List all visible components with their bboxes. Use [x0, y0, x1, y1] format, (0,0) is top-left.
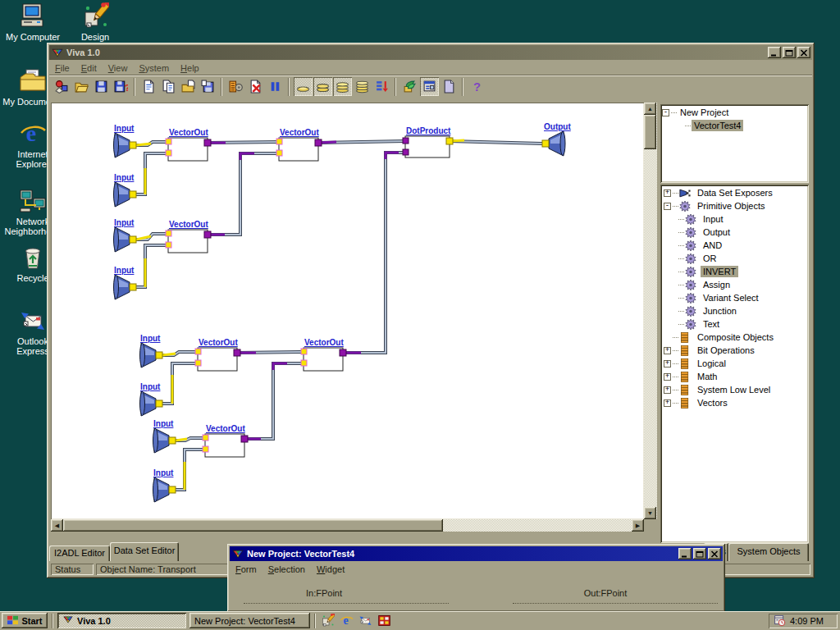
tab-system-objects[interactable]: System Objects — [728, 543, 809, 561]
desktop-icon-design[interactable]: Design — [64, 2, 126, 42]
tab-data-set-editor[interactable]: Data Set Editor — [110, 542, 179, 561]
expand-box[interactable]: + — [664, 360, 671, 368]
scroll-down-button[interactable]: ▼ — [644, 507, 656, 519]
menu-form[interactable]: Form — [230, 563, 262, 576]
tree-item-new-project[interactable]: - New Project — [662, 106, 807, 119]
node-vectorout[interactable]: VectorOut — [195, 338, 240, 371]
maximize-button[interactable] — [783, 47, 796, 58]
menu-help[interactable]: Help — [175, 62, 205, 75]
expand-box[interactable]: + — [664, 386, 671, 394]
collapse-box[interactable]: - — [664, 203, 671, 210]
menu-edit[interactable]: Edit — [75, 62, 103, 75]
node-input[interactable]: Input — [153, 419, 176, 453]
maximize-button[interactable] — [693, 548, 706, 559]
toolbar-save-query-button[interactable]: ? — [112, 77, 130, 96]
node-input[interactable]: Input — [140, 382, 163, 416]
toolbar-help-button[interactable]: ? — [468, 77, 486, 96]
close-button[interactable] — [797, 47, 810, 58]
diagram-canvas[interactable]: InputInputInputInputInputInputInputInput… — [51, 103, 644, 519]
scroll-right-button[interactable]: ▶ — [632, 519, 644, 532]
tree-item-bit-operations[interactable]: +Bit Operations — [662, 344, 807, 357]
canvas-vscroll-track[interactable]: ▲ ▼ — [644, 103, 657, 519]
scheduler-tray-icon[interactable] — [774, 614, 786, 628]
tree-item-input[interactable]: Input — [662, 212, 807, 226]
tree-item-math[interactable]: +Math — [662, 370, 807, 383]
quicklaunch-media-icon[interactable] — [376, 613, 393, 629]
tab-i2adl-editor[interactable]: I2ADL Editor — [49, 546, 110, 561]
node-input[interactable]: Input — [140, 334, 163, 368]
project-root-label[interactable]: New Project — [678, 107, 731, 118]
toolbar-save-sheet-button[interactable] — [199, 77, 217, 96]
minimize-button[interactable] — [768, 47, 781, 58]
toolbar-copy-sheet-button[interactable] — [159, 77, 178, 96]
start-button[interactable]: Start — [2, 613, 48, 628]
toolbar-layer-4-button[interactable] — [353, 77, 372, 96]
tree-item-vectortest4[interactable]: VectorTest4 — [662, 119, 807, 132]
node-vectorout[interactable]: VectorOut — [166, 128, 211, 161]
tree-item-assign[interactable]: Assign — [662, 278, 807, 291]
expand-box[interactable]: + — [664, 189, 671, 197]
menu-widget[interactable]: Widget — [311, 563, 350, 576]
toolbar-layer-1-button[interactable] — [294, 77, 313, 96]
menu-view[interactable]: View — [103, 62, 134, 75]
node-vectorout[interactable]: VectorOut — [301, 338, 346, 371]
toolbar-new-sheet-button[interactable] — [139, 77, 158, 96]
project-child-label[interactable]: VectorTest4 — [692, 120, 743, 131]
node-dotproduct[interactable]: DotProduct — [403, 126, 453, 158]
toolbar-layer-2-button[interactable] — [313, 77, 332, 96]
canvas-hscroll-track[interactable]: ◀ ▶ — [51, 519, 644, 532]
tree-item-composite-objects[interactable]: Composite Objects — [662, 331, 807, 344]
toolbar-sheet-folder-button[interactable] — [179, 77, 198, 96]
tree-item-or[interactable]: OR — [662, 252, 807, 265]
tree-item-logical[interactable]: +Logical — [662, 357, 807, 370]
quicklaunch-outlook-icon[interactable] — [357, 613, 374, 629]
toolbar-layer-3-button[interactable] — [333, 77, 352, 96]
node-input[interactable]: Input — [114, 124, 137, 158]
tree-item-vectors[interactable]: +Vectors — [662, 396, 807, 409]
toolbar-new-page-button[interactable] — [440, 77, 459, 96]
toolbar-view-window-button[interactable] — [420, 77, 439, 96]
close-button[interactable] — [708, 548, 721, 559]
tree-item-primitive-objects[interactable]: -Primitive Objects — [662, 199, 807, 212]
toolbar-save-button[interactable] — [92, 77, 111, 96]
tree-item-and[interactable]: AND — [662, 239, 807, 252]
expand-box[interactable]: + — [664, 347, 671, 354]
menu-file[interactable]: File — [49, 62, 75, 75]
expand-box[interactable]: + — [664, 399, 671, 407]
node-input[interactable]: Input — [153, 468, 176, 502]
node-input[interactable]: Input — [114, 266, 137, 299]
node-input[interactable]: Input — [114, 173, 137, 207]
child-titlebar[interactable]: New Project: VectorTest4 — [230, 546, 723, 561]
node-output[interactable]: Output — [542, 122, 571, 156]
node-vectorout[interactable]: VectorOut — [166, 220, 211, 253]
quicklaunch-design-icon[interactable] — [319, 613, 336, 629]
tree-item-invert[interactable]: INVERT — [662, 265, 807, 278]
expand-box[interactable]: + — [664, 373, 671, 381]
minimize-button[interactable] — [678, 548, 692, 559]
collapse-box[interactable]: - — [662, 109, 669, 116]
tree-item-output[interactable]: Output — [662, 226, 807, 239]
scroll-up-button[interactable]: ▲ — [644, 103, 656, 115]
tree-item-variant-select[interactable]: Variant Select — [662, 291, 807, 304]
toolbar-run-button[interactable] — [400, 77, 419, 96]
menu-selection[interactable]: Selection — [262, 563, 311, 576]
node-input[interactable]: Input — [114, 218, 137, 252]
hscroll-thumb[interactable] — [63, 519, 443, 532]
main-titlebar[interactable]: Viva 1.0 — [49, 45, 812, 60]
tree-item-text[interactable]: Text — [662, 317, 807, 331]
taskbar-task-viva-1-0[interactable]: Viva 1.0 — [57, 613, 186, 628]
tree-item-data-set-exposers[interactable]: +Data Set Exposers — [662, 186, 807, 199]
toolbar-discard-button[interactable] — [246, 77, 265, 96]
vscroll-thumb[interactable] — [644, 115, 656, 149]
menu-system[interactable]: System — [133, 62, 175, 75]
toolbar-layer-sort-button[interactable] — [372, 77, 391, 96]
desktop-icon-my-computer[interactable]: My Computer — [2, 2, 64, 42]
toolbar-pause-button[interactable] — [266, 77, 285, 96]
tree-item-system-low-level[interactable]: +System Low Level — [662, 383, 807, 396]
quicklaunch-internet-explorer-icon[interactable]: e — [338, 613, 355, 629]
tree-item-junction[interactable]: Junction — [662, 304, 807, 317]
node-vectorout[interactable]: VectorOut — [276, 128, 322, 161]
scroll-left-button[interactable]: ◀ — [51, 519, 63, 532]
node-vectorout[interactable]: VectorOut — [203, 424, 248, 457]
toolbar-app-objects-button[interactable] — [52, 77, 71, 96]
